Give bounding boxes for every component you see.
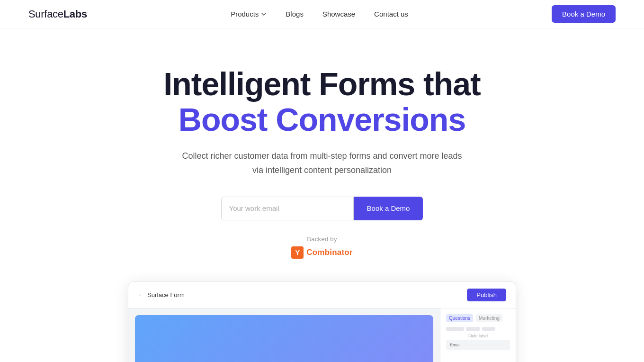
mockup-field-label-text: Field label — [446, 334, 510, 338]
mockup-blue-block — [135, 315, 433, 362]
hero-subtitle: Collect richer customer data from multi-… — [180, 149, 464, 178]
hero-title-line1: Intelligent Forms that — [163, 66, 480, 102]
yc-badge: Y Combinator — [291, 246, 352, 259]
mockup-chip-3 — [482, 327, 495, 331]
mockup-body: Questions Marketing Field label Email — [128, 308, 516, 362]
hero-form: Book a Demo — [221, 197, 423, 220]
mockup-chip-2 — [466, 327, 480, 331]
nav-links: Products Blogs Showcase Contact us — [231, 10, 408, 18]
nav-item-showcase[interactable]: Showcase — [322, 10, 355, 18]
logo[interactable]: Surface Labs — [28, 8, 87, 20]
email-input[interactable] — [221, 197, 354, 220]
mockup-main-canvas — [128, 308, 440, 362]
mockup-tab-marketing[interactable]: Marketing — [476, 314, 502, 322]
chevron-down-icon — [261, 11, 267, 17]
mockup-form-preview — [135, 315, 433, 362]
blogs-link[interactable]: Blogs — [286, 10, 304, 18]
contact-link[interactable]: Contact us — [374, 10, 408, 18]
mockup-sidebar-chip-row — [446, 327, 510, 331]
nav-item-products[interactable]: Products — [231, 10, 267, 18]
mockup-field-input: Email — [446, 340, 510, 350]
mockup-form-title: Surface Form — [147, 291, 185, 299]
blogs-label: Blogs — [286, 10, 304, 18]
mockup-topbar: ← Surface Form Publish — [128, 282, 516, 308]
logo-labs: Labs — [63, 8, 87, 20]
nav-item-contact[interactable]: Contact us — [374, 10, 408, 18]
hero-section: Intelligent Forms that Boost Conversions… — [0, 28, 644, 362]
yc-name: Combinator — [306, 248, 352, 257]
navbar: Surface Labs Products Blogs Showcase Con… — [0, 0, 644, 28]
mockup-chip-1 — [446, 327, 464, 331]
hero-book-demo-button[interactable]: Book a Demo — [354, 197, 423, 220]
back-arrow-icon: ← — [138, 291, 144, 299]
mockup-container: ← Surface Form Publish — [128, 281, 516, 362]
hero-title-line2: Boost Conversions — [163, 102, 480, 137]
contact-label: Contact us — [374, 10, 408, 18]
nav-item-blogs[interactable]: Blogs — [286, 10, 304, 18]
mockup-sidebar-panel: Questions Marketing Field label Email — [440, 308, 516, 362]
backed-by-section: Backed by Y Combinator — [291, 235, 352, 259]
showcase-link[interactable]: Showcase — [322, 10, 355, 18]
mockup-tab-questions[interactable]: Questions — [446, 314, 473, 322]
products-link[interactable]: Products — [231, 10, 267, 18]
mockup-topbar-left: ← Surface Form — [138, 291, 185, 299]
showcase-label: Showcase — [322, 10, 355, 18]
mockup-sidebar-tabs: Questions Marketing — [446, 314, 510, 322]
nav-book-demo-button[interactable]: Book a Demo — [552, 5, 616, 23]
backed-by-label: Backed by — [307, 235, 337, 243]
logo-surface: Surface — [28, 8, 63, 20]
yc-logo: Y — [291, 246, 304, 259]
mockup-publish-button[interactable]: Publish — [467, 289, 506, 301]
products-label: Products — [231, 10, 259, 18]
mockup-wrapper: ← Surface Form Publish — [28, 281, 616, 362]
